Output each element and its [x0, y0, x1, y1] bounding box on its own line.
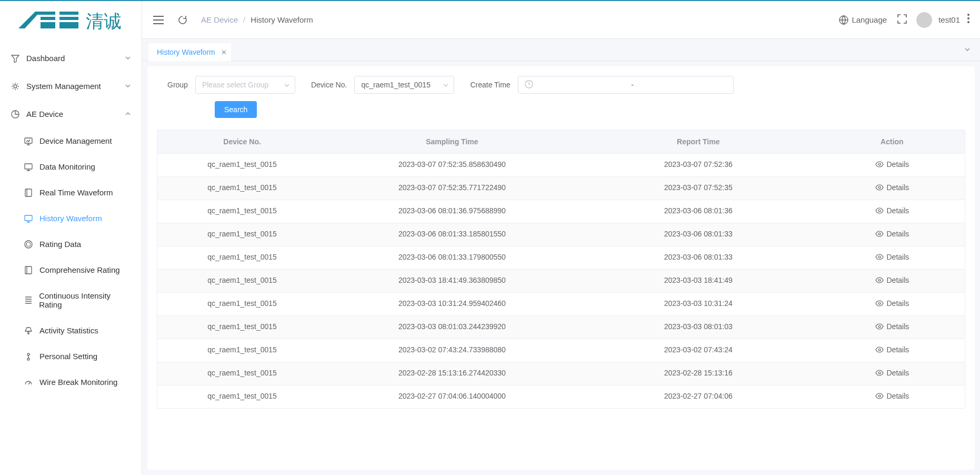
eye-icon — [875, 276, 884, 284]
avatar[interactable] — [916, 12, 932, 28]
search-row: Search — [167, 101, 955, 118]
details-button[interactable]: Details — [875, 299, 909, 308]
phase-icon — [24, 240, 33, 249]
refresh-icon[interactable] — [177, 14, 188, 26]
sidebar-item-rating-data[interactable]: Rating Data — [0, 231, 142, 257]
more-button[interactable] — [967, 14, 969, 26]
create-time-label: Create Time — [470, 81, 510, 89]
eye-icon — [875, 230, 884, 238]
cell-device: qc_raem1_test_0015 — [157, 246, 327, 269]
sidebar-item-label: Activity Statistics — [39, 326, 98, 335]
language-button[interactable]: Language — [839, 15, 887, 25]
sidebar-item-activity-statistics[interactable]: Activity Statistics — [0, 318, 142, 343]
sidebar-item-label: Wire Break Monitoring — [39, 378, 117, 387]
filter-create-time: Create Time - — [470, 76, 733, 94]
svg-rect-6 — [41, 22, 55, 25]
tab-label: History Waveform — [157, 48, 215, 56]
cell-sampling: 2023-03-03 18:41:49.363809850 — [327, 270, 577, 292]
thermo-icon — [24, 352, 33, 361]
sidebar-item-data-monitoring[interactable]: Data Monitoring — [0, 154, 142, 180]
svg-point-31 — [878, 325, 881, 328]
details-label: Details — [887, 276, 909, 284]
close-icon[interactable]: ✕ — [221, 48, 227, 56]
cell-report: 2023-03-02 07:43:24 — [577, 339, 819, 362]
details-button[interactable]: Details — [875, 276, 909, 284]
tabs-dropdown-button[interactable] — [961, 46, 974, 54]
sidebar-item-dashboard[interactable]: Dashboard — [0, 44, 142, 72]
chevron-down-icon — [125, 82, 131, 91]
sidebar-item-personal-setting[interactable]: Personal Setting — [0, 343, 142, 369]
sidebar-item-system-management[interactable]: System Management — [0, 72, 142, 100]
sidebar-item-history-waveform[interactable]: History Waveform — [0, 205, 142, 231]
cell-sampling: 2023-03-02 07:43:24.733988080 — [327, 339, 577, 362]
details-button[interactable]: Details — [875, 392, 909, 400]
sidebar-item-continuous-intensity-rating[interactable]: Continuous Intensity Rating — [0, 283, 142, 318]
cell-report: 2023-03-07 07:52:35 — [577, 177, 819, 200]
details-button[interactable]: Details — [875, 160, 909, 169]
table-row: qc_raem1_test_00152023-03-03 10:31:24.95… — [157, 292, 965, 315]
cell-action: Details — [819, 362, 965, 385]
sidebar-item-label: Device Management — [39, 136, 112, 145]
group-label: Group — [167, 81, 188, 89]
svg-point-24 — [878, 163, 881, 165]
sidebar-item-comprehensive-rating[interactable]: Comprehensive Rating — [0, 257, 142, 283]
cell-action: Details — [819, 270, 965, 292]
sidebar-item-label: Real Time Waveform — [39, 188, 113, 197]
details-label: Details — [887, 183, 909, 192]
sidebar-item-ae-device[interactable]: AE Device — [0, 100, 142, 128]
details-button[interactable]: Details — [875, 183, 909, 192]
cell-sampling: 2023-03-06 08:01:33.179800550 — [327, 246, 577, 269]
device-select[interactable]: qc_raem1_test_0015 — [354, 76, 454, 94]
fullscreen-button[interactable] — [897, 14, 907, 25]
details-button[interactable]: Details — [875, 345, 909, 354]
svg-rect-13 — [25, 189, 32, 196]
group-select[interactable]: Please select Group — [195, 76, 295, 94]
cell-report: 2023-03-06 08:01:33 — [577, 223, 819, 246]
monitor-chart-icon — [24, 137, 33, 145]
sidebar-item-wire-break-monitoring[interactable]: Wire Break Monitoring — [0, 369, 142, 395]
cell-sampling: 2023-03-03 08:01:03.244239920 — [327, 316, 577, 339]
topbar: AE Device / History Waveform Language te… — [142, 1, 980, 39]
sidebar: 清诚 DashboardSystem ManagementAE DeviceDe… — [0, 1, 142, 475]
cell-report: 2023-03-03 18:41:49 — [577, 270, 819, 292]
details-label: Details — [887, 392, 909, 400]
svg-rect-14 — [25, 215, 32, 221]
cell-device: qc_raem1_test_0015 — [157, 316, 327, 339]
table-row: qc_raem1_test_00152023-02-27 07:04:06.14… — [157, 385, 965, 408]
cell-sampling: 2023-02-27 07:04:06.140004000 — [327, 385, 577, 408]
hamburger-icon[interactable] — [153, 14, 164, 26]
cell-sampling: 2023-03-03 10:31:24.959402460 — [327, 293, 577, 315]
svg-point-26 — [878, 210, 881, 212]
create-time-range[interactable]: - — [518, 76, 734, 94]
date-range-separator: - — [538, 81, 727, 89]
details-button[interactable]: Details — [875, 206, 909, 215]
details-button[interactable]: Details — [875, 253, 909, 261]
search-button[interactable]: Search — [215, 101, 257, 118]
tab-history-waveform[interactable]: History Waveform ✕ — [148, 43, 231, 61]
svg-rect-2 — [59, 17, 78, 20]
cell-device: qc_raem1_test_0015 — [157, 223, 327, 246]
details-button[interactable]: Details — [875, 230, 909, 238]
pie-icon — [11, 110, 20, 118]
monitor-icon — [24, 163, 33, 171]
svg-point-17 — [27, 353, 29, 355]
cell-device: qc_raem1_test_0015 — [157, 362, 327, 385]
sidebar-item-real-time-waveform[interactable]: Real Time Waveform — [0, 180, 142, 205]
sidebar-item-label: Personal Setting — [39, 352, 97, 361]
svg-rect-12 — [25, 164, 32, 169]
waveform-table: Device No. Sampling Time Report Time Act… — [157, 130, 965, 409]
breadcrumb-root[interactable]: AE Device — [201, 15, 238, 24]
details-button[interactable]: Details — [875, 322, 909, 331]
cell-report: 2023-03-03 10:31:24 — [577, 293, 819, 315]
cell-device: qc_raem1_test_0015 — [157, 385, 327, 408]
sidebar-item-label: History Waveform — [39, 214, 102, 223]
col-action: Action — [819, 130, 965, 153]
details-button[interactable]: Details — [875, 369, 909, 377]
cell-action: Details — [819, 154, 965, 176]
svg-text:清诚: 清诚 — [86, 11, 122, 31]
svg-point-33 — [878, 372, 881, 374]
device-select-value: qc_raem1_test_0015 — [361, 81, 431, 89]
details-label: Details — [887, 160, 909, 169]
col-report: Report Time — [577, 130, 819, 153]
sidebar-item-device-management[interactable]: Device Management — [0, 128, 142, 154]
